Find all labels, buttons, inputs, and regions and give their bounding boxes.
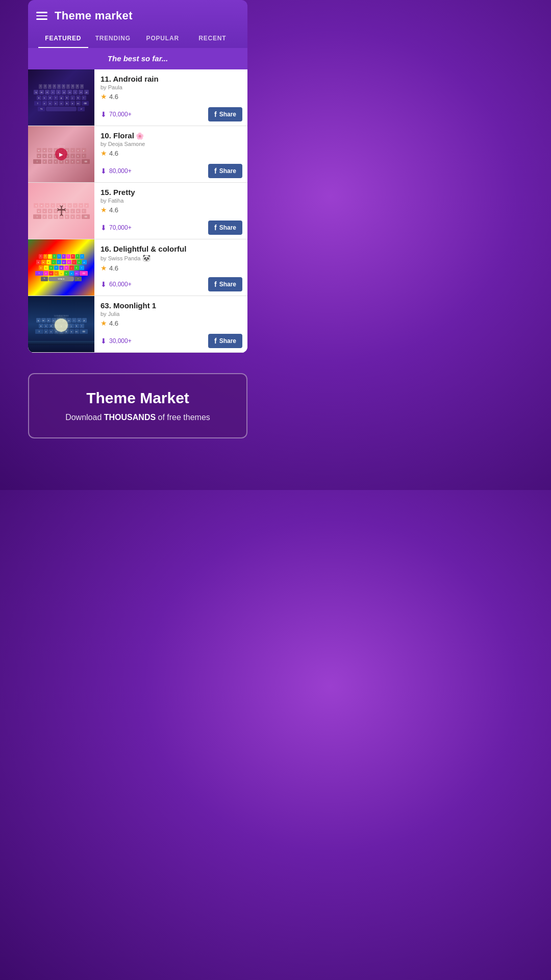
star-icon: ★ (101, 92, 107, 101)
download-info: ⬇ 60,000+ (101, 280, 132, 288)
download-info: ⬇ 70,000+ (101, 110, 132, 118)
share-button[interactable]: f Share (208, 107, 242, 121)
facebook-icon: f (214, 167, 217, 175)
download-icon: ⬇ (101, 110, 107, 118)
theme-title: 16. Delightful & colorful (101, 244, 242, 253)
tab-trending[interactable]: TRENDING (88, 30, 138, 48)
share-button[interactable]: f Share (208, 334, 242, 348)
list-item: q w e r t y u i o p a s d (28, 183, 247, 239)
rating-value: 4.6 (109, 150, 118, 157)
list-item: 1 2 3 4 5 6 7 8 9 0 q w e (28, 239, 247, 296)
theme-title: 15. Pretty (101, 188, 242, 197)
rating-value: 4.6 (109, 206, 118, 214)
theme-title: 11. Android rain (101, 75, 242, 83)
download-info: ⬇ 30,000+ (101, 337, 132, 345)
theme-info-android-rain: 11. Android rain by Paula ★ 4.6 ⬇ 70,000… (94, 69, 247, 126)
download-icon: ⬇ (101, 224, 107, 232)
facebook-icon: f (214, 224, 217, 232)
menu-icon[interactable] (36, 12, 47, 20)
download-count: 60,000+ (109, 281, 132, 288)
facebook-icon: f (214, 280, 217, 288)
download-icon: ⬇ (101, 280, 107, 288)
promo-banner: Theme Market Download THOUSANDS of free … (28, 373, 247, 438)
theme-thumbnail-moonlight[interactable]: 1 2 3 4 5 6 7 8 9 0 q w e r t y u i o p (28, 296, 94, 352)
download-count: 70,000+ (109, 224, 132, 231)
star-icon: ★ (101, 149, 107, 157)
star-icon: ★ (101, 319, 107, 327)
theme-title: 63. Moonlight 1 (101, 301, 242, 310)
theme-thumbnail-android-rain[interactable]: 1 2 3 4 5 6 7 8 9 0 q w e (28, 69, 94, 126)
download-info: ⬇ 80,000+ (101, 167, 132, 175)
theme-info-floral: 10. Floral 🌸 by Deoja Samone ★ 4.6 ⬇ 80,… (94, 126, 247, 182)
list-item: 1 2 3 4 5 6 7 8 9 0 q w e r t y u i o p (28, 296, 247, 353)
theme-thumbnail-delightful[interactable]: 1 2 3 4 5 6 7 8 9 0 q w e (28, 239, 94, 296)
theme-title: 10. Floral 🌸 (101, 131, 242, 140)
download-count: 30,000+ (109, 337, 132, 345)
theme-rating: ★ 4.6 (101, 149, 242, 157)
download-count: 70,000+ (109, 111, 132, 118)
tab-popular[interactable]: POPULAR (138, 30, 188, 48)
theme-info-delightful: 16. Delightful & colorful by Swiss Panda… (94, 239, 247, 296)
star-icon: ★ (101, 264, 107, 272)
theme-list: 1 2 3 4 5 6 7 8 9 0 q w e (28, 69, 247, 353)
section-banner: The best so far... (28, 48, 247, 69)
theme-rating: ★ 4.6 (101, 319, 242, 327)
page-title: Theme market (55, 9, 133, 22)
section-banner-text: The best so far... (108, 54, 168, 63)
rating-value: 4.6 (109, 264, 118, 272)
theme-rating: ★ 4.6 (101, 92, 242, 101)
share-button[interactable]: f Share (208, 220, 242, 235)
theme-rating: ★ 4.6 (101, 206, 242, 214)
facebook-icon: f (214, 110, 217, 118)
share-button[interactable]: f Share (208, 277, 242, 291)
theme-info-moonlight: 63. Moonlight 1 by Julia ★ 4.6 ⬇ 30,000+… (94, 296, 247, 352)
promo-title: Theme Market (39, 389, 236, 407)
theme-author: by Fatiha (101, 198, 242, 204)
theme-thumbnail-pretty[interactable]: q w e r t y u i o p a s d (28, 183, 94, 239)
download-icon: ⬇ (101, 337, 107, 345)
download-info: ⬇ 70,000+ (101, 224, 132, 232)
author-emoji: 🐼 (140, 254, 151, 262)
facebook-icon: f (214, 337, 217, 345)
list-item: we rty uiop w e r t y u i o p a s (28, 126, 247, 183)
header: Theme market FEATURED TRENDING POPULAR R… (28, 0, 247, 48)
theme-emoji: 🌸 (134, 132, 144, 140)
theme-author: by Deoja Samone (101, 141, 242, 147)
theme-rating: ★ 4.6 (101, 264, 242, 272)
theme-info-pretty: 15. Pretty by Fatiha ★ 4.6 ⬇ 70,000+ f (94, 183, 247, 239)
star-icon: ★ (101, 206, 107, 214)
rating-value: 4.6 (109, 93, 118, 101)
tab-featured[interactable]: FEATURED (38, 30, 88, 48)
rating-value: 4.6 (109, 320, 118, 327)
theme-author: by Paula (101, 84, 242, 90)
share-button[interactable]: f Share (208, 164, 242, 178)
tab-bar: FEATURED TRENDING POPULAR RECENT (36, 30, 239, 48)
tab-recent[interactable]: RECENT (188, 30, 238, 48)
theme-author: by Swiss Panda 🐼 (101, 254, 242, 262)
download-count: 80,000+ (109, 167, 132, 175)
download-icon: ⬇ (101, 167, 107, 175)
list-item: 1 2 3 4 5 6 7 8 9 0 q w e (28, 69, 247, 126)
theme-author: by Julia (101, 311, 242, 317)
promo-subtitle: Download THOUSANDS of free themes (39, 413, 236, 422)
theme-thumbnail-floral[interactable]: we rty uiop w e r t y u i o p a s (28, 126, 94, 182)
